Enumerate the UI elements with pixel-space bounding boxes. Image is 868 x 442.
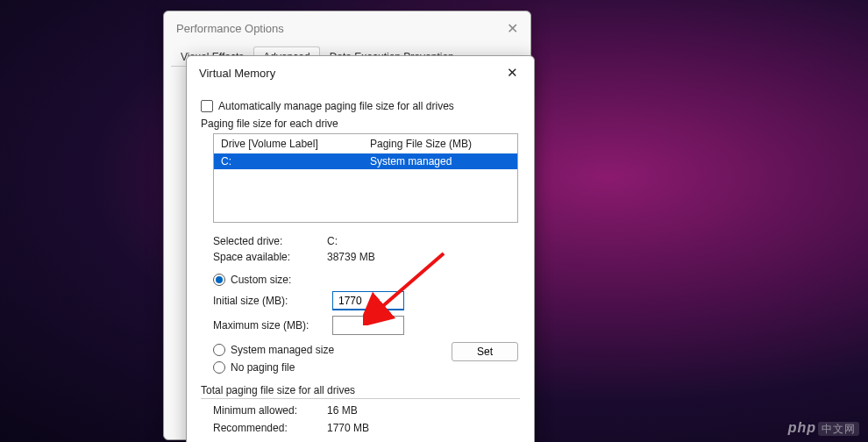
recommended-label: Recommended: — [213, 422, 327, 434]
paging-group-label: Paging file size for each drive — [201, 118, 520, 130]
radio-none-label: No paging file — [231, 361, 295, 374]
close-icon[interactable]: ✕ — [507, 20, 518, 37]
auto-manage-row[interactable]: Automatically manage paging file size fo… — [201, 100, 520, 112]
max-size-input[interactable] — [332, 316, 404, 335]
drive-listbox[interactable]: Drive [Volume Label] Paging File Size (M… — [213, 133, 518, 223]
close-icon[interactable]: ✕ — [502, 63, 523, 82]
drive-list-header: Drive [Volume Label] Paging File Size (M… — [214, 134, 517, 153]
min-allowed-label: Minimum allowed: — [213, 404, 327, 417]
space-label: Space available: — [213, 251, 327, 263]
watermark-brand: php — [788, 420, 816, 435]
radio-icon[interactable] — [213, 361, 225, 374]
space-value: 38739 MB — [327, 251, 375, 263]
drive-row-size: System managed — [370, 155, 452, 168]
vm-title-text: Virtual Memory — [199, 67, 275, 80]
initial-size-label: Initial size (MB): — [213, 295, 327, 307]
virtual-memory-dialog: Virtual Memory ✕ Automatically manage pa… — [186, 55, 535, 442]
initial-size-input[interactable] — [332, 291, 404, 310]
drive-row[interactable]: C: System managed — [214, 153, 517, 169]
drive-row-drive: C: — [221, 155, 370, 168]
watermark-suffix: 中文网 — [818, 422, 859, 436]
total-group-label: Total paging file size for all drives — [201, 384, 520, 396]
set-button[interactable]: Set — [452, 342, 518, 361]
min-allowed-value: 16 MB — [327, 404, 358, 417]
header-drive: Drive [Volume Label] — [221, 138, 370, 150]
recommended-value: 1770 MB — [327, 422, 369, 434]
selected-drive-label: Selected drive: — [213, 235, 327, 247]
checkbox-icon[interactable] — [201, 100, 213, 112]
radio-custom-label: Custom size: — [231, 274, 291, 286]
vm-titlebar: Virtual Memory ✕ — [187, 56, 534, 88]
auto-manage-label: Automatically manage paging file size fo… — [218, 100, 454, 112]
perf-titlebar: Performance Options ✕ — [164, 11, 530, 46]
radio-custom-row[interactable]: Custom size: — [213, 274, 520, 286]
radio-icon[interactable] — [213, 274, 225, 286]
radio-icon[interactable] — [213, 344, 225, 356]
max-size-label: Maximum size (MB): — [213, 319, 327, 332]
watermark: php中文网 — [788, 420, 859, 437]
perf-title-text: Performance Options — [176, 22, 284, 35]
header-size: Paging File Size (MB) — [370, 138, 472, 150]
radio-system-label: System managed size — [231, 344, 334, 356]
selected-drive-value: C: — [327, 235, 338, 247]
divider — [201, 398, 520, 399]
